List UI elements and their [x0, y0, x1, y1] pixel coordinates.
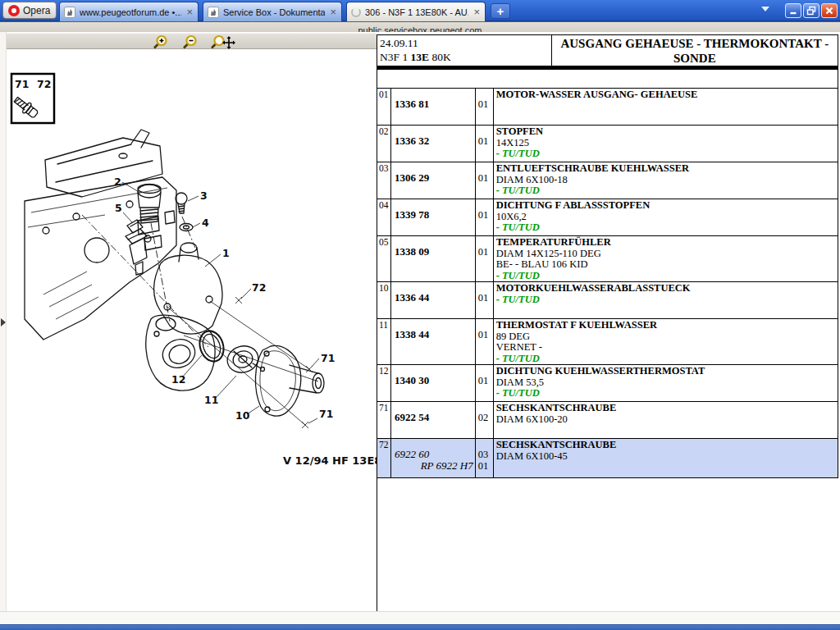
part-number-cell: 1338 44 — [390, 319, 475, 365]
description-cell: THERMOSTAT F KUEHLWASSER89 DEGVERNET -- … — [493, 319, 838, 365]
part-5-drawing — [126, 220, 147, 275]
qty-cell: 01 — [475, 282, 493, 319]
ref-cell: 11 — [377, 319, 391, 365]
tab-loading-spinner-icon — [351, 7, 361, 17]
minimize-button[interactable] — [785, 3, 801, 18]
parts-table: 01 1336 81 01 MOTOR-WASSER AUSGANG- GEHA… — [377, 88, 838, 478]
callout-71-lower[interactable]: 71 — [319, 408, 333, 420]
address-bar[interactable]: public.servicebox.peugeot.com — [0, 21, 840, 32]
panel-splitter-arrow-icon[interactable] — [1, 318, 6, 326]
tab-peugeotforum[interactable]: www.peugeotforum.de •... × — [59, 2, 199, 21]
description-cell: DICHTUNG KUEHLWASSERTHERMOSTATDIAM 53,5-… — [493, 365, 838, 402]
ref-cell: 02 — [377, 126, 391, 162]
qty-cell: 01 — [475, 199, 493, 236]
callout-1[interactable]: 1 — [222, 247, 230, 259]
callout-3[interactable]: 3 — [200, 189, 208, 202]
ref-cell: 72 — [377, 439, 391, 478]
part-10-drawing — [255, 345, 324, 416]
qty-cell: 02 — [475, 402, 493, 439]
table-row[interactable]: 10 1336 44 01 MOTORKUEHLWASSERABLASSTUEC… — [377, 282, 838, 319]
table-row[interactable]: 03 1306 29 01 ENTLUEFTSCHRAUBE KUEHLWASS… — [377, 162, 838, 199]
callout-12[interactable]: 12 — [171, 373, 185, 386]
callout-72[interactable]: 72 — [252, 281, 266, 294]
part-3-drawing — [176, 193, 187, 213]
part-number-cell: 6922 60RP 6922 H7 — [390, 439, 475, 478]
parts-document: 24.09.11N3F 1 13E 80K AUSGANG GEHAEUSE -… — [377, 34, 840, 478]
table-row[interactable]: 72 6922 60RP 6922 H7 0301 SECHSKANTSCHRA… — [377, 439, 838, 478]
document-title: AUSGANG GEHAEUSE - THERMOKONTAKT - SONDE — [552, 35, 838, 66]
new-tab-button[interactable]: + — [491, 3, 510, 19]
restore-icon — [806, 6, 816, 16]
restore-button[interactable] — [803, 3, 819, 18]
tab-list-chevron-icon[interactable] — [761, 7, 769, 11]
part-number-cell: 1336 44 — [390, 282, 475, 319]
tab-servicebox-doc[interactable]: Service Box - Dokumenta... × — [203, 2, 342, 21]
parts-table-body: 01 1336 81 01 MOTOR-WASSER AUSGANG- GEHA… — [377, 89, 838, 478]
close-button[interactable] — [821, 3, 838, 18]
ref-cell: 03 — [377, 162, 391, 199]
zoom-out-icon[interactable] — [184, 36, 196, 48]
titlebar: Opera www.peugeotforum.de •... × Service… — [0, 0, 840, 21]
parts-diagram: 71 72 — [7, 48, 377, 610]
ref-cell: 05 — [377, 236, 391, 282]
minimize-icon — [788, 6, 798, 16]
tab-306-active[interactable]: 306 - N3F 1 13E80K - AU... × — [346, 2, 486, 21]
qty-cell: 01 — [475, 236, 493, 282]
peugeot-lion-favicon — [64, 7, 75, 18]
close-icon — [824, 6, 834, 16]
description-cell: ENTLUEFTSCHRAUBE KUEHLWASSERDIAM 6X100-1… — [493, 162, 838, 199]
description-cell: SECHSKANTSCHRAUBEDIAM 6X100-20 — [493, 402, 838, 439]
callout-11[interactable]: 11 — [204, 394, 218, 406]
qty-cell: 0301 — [475, 439, 493, 478]
doc-model-suffix: 80K — [429, 51, 451, 63]
table-row[interactable]: 12 1340 30 01 DICHTUNG KUEHLWASSERTHERMO… — [377, 365, 838, 402]
part-2-drawing — [138, 185, 161, 224]
callout-5[interactable]: 5 — [115, 202, 122, 214]
callout-71-upper[interactable]: 71 — [321, 352, 335, 364]
ref-cell: 71 — [377, 402, 391, 439]
tab-close-icon[interactable]: × — [329, 8, 337, 16]
opera-logo-icon — [8, 5, 20, 16]
bottom-window-bar — [0, 624, 840, 630]
zoom-in-icon[interactable] — [154, 36, 167, 48]
diagram-toolbar — [7, 33, 377, 49]
header-gap — [377, 70, 838, 88]
table-row[interactable]: 71 6922 54 02 SECHSKANTSCHRAUBEDIAM 6X10… — [377, 402, 838, 439]
description-cell: DICHTUNG F ABLASSSTOPFEN10X6,2- TU/TUD — [493, 199, 838, 236]
zoom-pan-icon[interactable] — [212, 36, 235, 49]
opera-menu-button[interactable]: Opera — [2, 2, 57, 19]
tab-title: Service Box - Dokumenta... — [223, 7, 325, 17]
qty-cell: 01 — [475, 365, 493, 402]
qty-cell: 01 — [475, 89, 493, 126]
callout-4[interactable]: 4 — [202, 217, 209, 229]
doc-date: 24.09.11 — [380, 37, 418, 49]
ref-cell: 10 — [377, 282, 391, 319]
qty-cell: 01 — [475, 319, 493, 365]
qty-cell: 01 — [475, 162, 493, 199]
table-row[interactable]: 05 1338 09 01 TEMPERATURFÜHLERDIAM 14X12… — [377, 236, 838, 282]
description-cell: TEMPERATURFÜHLERDIAM 14X125-110 DEGBE- -… — [493, 236, 838, 282]
description-cell: SECHSKANTSCHRAUBEDIAM 6X100-45 — [493, 439, 838, 478]
ref-cell: 01 — [377, 89, 391, 126]
browser-window: Opera www.peugeotforum.de •... × Service… — [0, 0, 840, 630]
part-number-cell: 1336 81 — [390, 89, 475, 126]
table-row[interactable]: 11 1338 44 01 THERMOSTAT F KUEHLWASSER89… — [377, 319, 838, 365]
qty-cell: 01 — [475, 126, 493, 162]
diagram-inset-box[interactable]: 71 72 — [11, 74, 54, 123]
diagram-caption: V 12/94 HF 13E80A — [283, 454, 377, 467]
tab-close-icon[interactable]: × — [472, 8, 481, 16]
part-number-cell: 1306 29 — [390, 162, 475, 199]
status-strip — [0, 611, 840, 624]
table-row[interactable]: 01 1336 81 01 MOTOR-WASSER AUSGANG- GEHA… — [377, 89, 838, 126]
tab-title: www.peugeotforum.de •... — [80, 7, 181, 17]
doc-model-prefix: N3F 1 — [380, 51, 411, 63]
callout-2[interactable]: 2 — [114, 176, 121, 188]
doc-model-code: 13E — [411, 51, 430, 63]
inset-label-72: 72 — [37, 78, 51, 90]
inset-label-71: 71 — [15, 78, 29, 90]
opera-menu-label: Opera — [23, 5, 50, 16]
table-row[interactable]: 04 1339 78 01 DICHTUNG F ABLASSSTOPFEN10… — [377, 199, 838, 236]
tab-close-icon[interactable]: × — [185, 8, 194, 16]
callout-10[interactable]: 10 — [235, 409, 250, 422]
table-row[interactable]: 02 1336 32 01 STOPFEN14X125- TU/TUD — [377, 126, 838, 162]
